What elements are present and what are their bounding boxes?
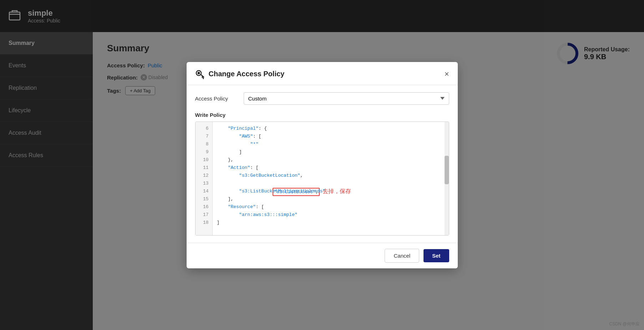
write-policy-label: Write Policy: [195, 112, 449, 118]
change-access-policy-modal: Change Access Policy × Access Policy Cus…: [187, 62, 458, 268]
access-policy-form-row: Access Policy Custom: [195, 92, 449, 105]
access-policy-select[interactable]: Custom: [244, 92, 449, 105]
modal-title-row: Change Access Policy: [195, 69, 285, 79]
scrollbar-thumb[interactable]: [445, 156, 449, 184]
code-line-10: },: [217, 156, 445, 164]
modal-title: Change Access Policy: [209, 70, 285, 78]
modal-header: Change Access Policy ×: [187, 62, 458, 85]
code-line-17: "arn:aws:s3:::simple": [217, 211, 445, 219]
line-numbers: 6 7 8 9 10 11 12 13 14 15 16 17 18: [196, 122, 213, 235]
code-line-13: "s3:ListBucket",去掉，保存: [217, 180, 445, 187]
modal-footer: Cancel Set: [187, 243, 458, 268]
code-line-12: "s3:GetBucketLocation",: [217, 172, 445, 180]
modal-overlay: Change Access Policy × Access Policy Cus…: [0, 0, 644, 330]
modal-close-button[interactable]: ×: [445, 70, 449, 78]
code-line-18: ]: [217, 219, 445, 227]
modal-body: Access Policy Custom Write Policy 6 7 8 …: [187, 85, 458, 243]
code-line-9: ]: [217, 148, 445, 156]
code-line-15: ],: [217, 195, 445, 203]
code-content[interactable]: "Principal": { "AWS": [ "*" ] }, "Action…: [213, 122, 449, 235]
cancel-button[interactable]: Cancel: [385, 249, 419, 263]
code-line-7: "AWS": [: [217, 133, 445, 140]
form-access-policy-label: Access Policy: [195, 96, 238, 102]
code-line-8: "*": [217, 140, 445, 148]
svg-point-5: [197, 72, 200, 74]
code-editor: 6 7 8 9 10 11 12 13 14 15 16 17 18 "Prin…: [195, 122, 449, 236]
code-line-6: "Principal": {: [217, 125, 445, 133]
set-button[interactable]: Set: [424, 249, 449, 262]
code-line-11: "Action": [: [217, 164, 445, 172]
key-icon: [195, 69, 205, 79]
scrollbar-track[interactable]: [445, 122, 449, 235]
watermark: CSDN @何申应: [609, 321, 640, 327]
code-line-16: "Resource": [: [217, 203, 445, 211]
